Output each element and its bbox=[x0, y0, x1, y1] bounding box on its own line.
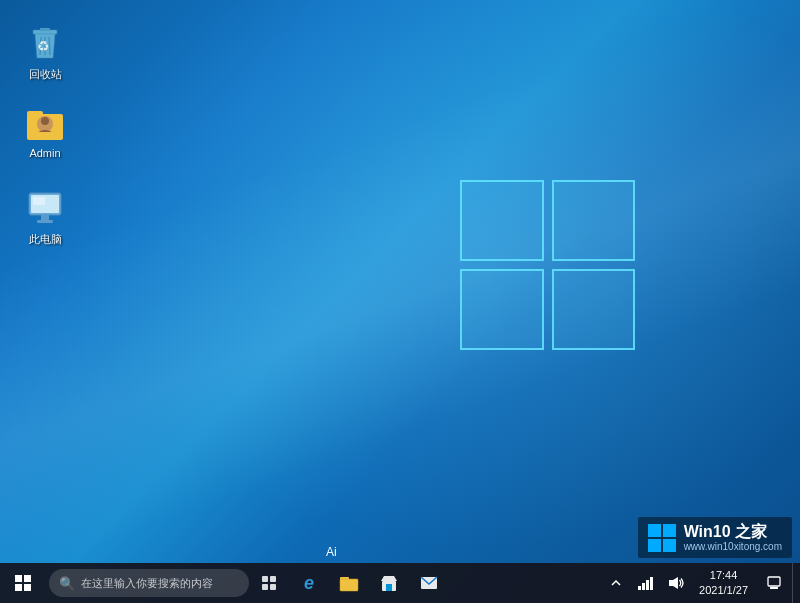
taskbar: 🔍 在这里输入你要搜索的内容 e bbox=[0, 563, 800, 603]
svg-rect-17 bbox=[262, 584, 268, 590]
admin-label: Admin bbox=[29, 147, 60, 159]
svg-rect-18 bbox=[270, 584, 276, 590]
explorer-icon bbox=[339, 574, 359, 592]
store-button[interactable] bbox=[369, 563, 409, 603]
svg-rect-31 bbox=[768, 577, 780, 586]
this-pc-label: 此电脑 bbox=[29, 232, 62, 247]
clock-time: 17:44 bbox=[710, 568, 738, 583]
edge-icon: e bbox=[304, 573, 314, 594]
this-pc-svg bbox=[25, 189, 65, 229]
svg-rect-25 bbox=[638, 586, 641, 590]
task-view-button[interactable] bbox=[249, 563, 289, 603]
action-center-icon bbox=[767, 576, 781, 590]
svg-rect-14 bbox=[33, 197, 45, 205]
clock[interactable]: 17:44 2021/1/27 bbox=[691, 563, 756, 603]
recycle-bin-label: 回收站 bbox=[29, 67, 62, 82]
this-pc-icon[interactable]: 此电脑 bbox=[10, 185, 80, 251]
start-button[interactable] bbox=[0, 563, 45, 603]
watermark: Win10 之家 www.win10xitong.com bbox=[638, 517, 792, 558]
admin-svg bbox=[25, 104, 65, 144]
svg-marker-30 bbox=[673, 577, 678, 589]
svg-rect-23 bbox=[386, 584, 392, 591]
watermark-logo bbox=[648, 524, 676, 552]
svg-rect-29 bbox=[669, 580, 673, 586]
svg-rect-16 bbox=[270, 576, 276, 582]
recycle-bin-icon[interactable]: ♻ 回收站 bbox=[10, 20, 80, 86]
desktop: ♻ 回收站 Admin bbox=[0, 0, 800, 603]
task-view-icon bbox=[261, 575, 277, 591]
svg-rect-32 bbox=[770, 587, 778, 589]
mail-icon bbox=[420, 576, 438, 590]
system-tray: 17:44 2021/1/27 bbox=[601, 563, 800, 603]
start-windows-icon bbox=[15, 575, 31, 591]
windows-logo bbox=[460, 180, 640, 355]
svg-point-9 bbox=[41, 117, 49, 125]
svg-rect-26 bbox=[642, 583, 645, 590]
recycle-bin-svg: ♻ bbox=[27, 26, 63, 62]
chevron-up-icon bbox=[611, 578, 621, 588]
clock-date: 2021/1/27 bbox=[699, 583, 748, 598]
svg-rect-7 bbox=[27, 111, 43, 116]
network-signal-icon bbox=[638, 576, 654, 590]
search-bar[interactable]: 🔍 在这里输入你要搜索的内容 bbox=[49, 569, 249, 597]
network-icon[interactable] bbox=[631, 563, 661, 603]
svg-rect-27 bbox=[646, 580, 649, 590]
sound-icon[interactable] bbox=[661, 563, 691, 603]
svg-rect-15 bbox=[262, 576, 268, 582]
watermark-title: Win10 之家 bbox=[684, 523, 782, 541]
svg-rect-13 bbox=[37, 220, 53, 223]
show-desktop-button[interactable] bbox=[792, 563, 800, 603]
watermark-subtitle: www.win10xitong.com bbox=[684, 541, 782, 552]
ai-label: Ai bbox=[326, 545, 337, 559]
search-placeholder-text: 在这里输入你要搜索的内容 bbox=[81, 576, 213, 591]
svg-rect-12 bbox=[41, 215, 49, 220]
action-center-button[interactable] bbox=[756, 563, 792, 603]
svg-text:♻: ♻ bbox=[37, 38, 50, 54]
svg-rect-28 bbox=[650, 577, 653, 590]
speaker-icon bbox=[668, 576, 684, 590]
mail-button[interactable] bbox=[409, 563, 449, 603]
edge-button[interactable]: e bbox=[289, 563, 329, 603]
admin-icon[interactable]: Admin bbox=[10, 100, 80, 163]
store-icon bbox=[380, 574, 398, 592]
svg-rect-1 bbox=[40, 28, 50, 31]
explorer-button[interactable] bbox=[329, 563, 369, 603]
tray-up-arrow[interactable] bbox=[601, 563, 631, 603]
search-icon: 🔍 bbox=[59, 576, 75, 591]
watermark-text: Win10 之家 www.win10xitong.com bbox=[684, 523, 782, 552]
